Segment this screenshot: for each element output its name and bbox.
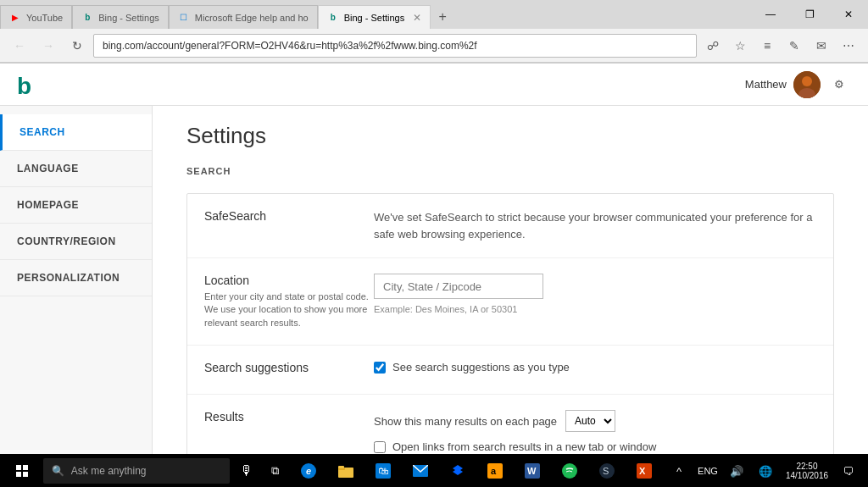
taskbar-clock[interactable]: 22:50 14/10/2016 — [782, 462, 832, 480]
notification-chevron-icon[interactable]: ^ — [666, 454, 692, 487]
web-notes-icon[interactable]: ✎ — [782, 34, 807, 58]
safesearch-row: SafeSearch We've set SafeSearch to stric… — [187, 194, 833, 258]
results-per-page-select[interactable]: Auto 10 20 30 50 — [565, 410, 615, 432]
location-row: Location Enter your city and state or po… — [187, 258, 833, 346]
minimize-button[interactable]: — — [751, 0, 790, 29]
taskbar-other-icon[interactable]: X — [627, 454, 661, 487]
safesearch-title: SafeSearch — [204, 209, 374, 223]
sidebar-item-personalization[interactable]: PERSONALIZATION — [0, 260, 152, 296]
suggestions-title: Search suggestions — [204, 361, 374, 374]
tab-edge-help[interactable]: ☐ Microsoft Edge help and ho — [169, 5, 318, 29]
maximize-button[interactable]: ❐ — [790, 0, 829, 29]
svg-rect-6 — [338, 466, 344, 468]
svg-text:a: a — [491, 466, 497, 476]
settings-gear-icon[interactable]: ⚙ — [827, 73, 851, 97]
bing-logo: b — [17, 71, 37, 98]
hub-icon[interactable]: ≡ — [754, 34, 780, 58]
location-label: Location Enter your city and state or po… — [204, 274, 374, 329]
results-row: Results Show this many results on each p… — [187, 395, 833, 454]
taskbar-explorer-icon[interactable] — [329, 454, 363, 487]
tab-bing-2[interactable]: b Bing - Settings ✕ — [318, 5, 431, 29]
svg-text:S: S — [603, 466, 609, 476]
bing-header: b Matthew ⚙ — [0, 64, 868, 106]
reading-view-icon[interactable]: ☍ — [700, 34, 726, 58]
user-name: Matthew — [745, 78, 787, 91]
taskbar-store-icon[interactable]: 🛍 — [366, 454, 400, 487]
taskbar-search-icon: 🔍 — [52, 465, 64, 477]
location-content: Example: Des Moines, IA or 50301 — [374, 274, 816, 314]
taskbar-edge-icon[interactable]: e — [292, 454, 326, 487]
svg-point-2 — [802, 76, 812, 86]
window-controls: — ❐ ✕ — [751, 0, 868, 29]
tab-edge-title: Microsoft Edge help and ho — [195, 13, 309, 23]
taskbar-amazon-icon[interactable]: a — [478, 454, 512, 487]
share-icon[interactable]: ✉ — [809, 34, 834, 58]
bing-favicon-2: b — [327, 12, 339, 24]
open-links-checkbox-row: Open links from search results in a new … — [374, 440, 816, 453]
edge-logo: e — [301, 463, 316, 479]
sidebar-item-search[interactable]: SEARCH — [0, 114, 152, 151]
taskbar-search[interactable]: 🔍 Ask me anything — [43, 458, 230, 484]
clock-date: 14/10/2016 — [786, 471, 828, 480]
more-button[interactable]: ⋯ — [836, 34, 861, 58]
taskbar-right: ^ ENG 🔊 🌐 22:50 14/10/2016 🗨 — [666, 454, 861, 487]
tab-bar: ▶ YouTube b Bing - Settings ☐ Microsoft … — [0, 0, 868, 29]
taskbar-steam-icon[interactable]: S — [590, 454, 624, 487]
show-results-label: Show this many results on each page — [374, 415, 557, 428]
tab-youtube-title: YouTube — [26, 13, 63, 23]
address-input[interactable] — [93, 34, 697, 58]
taskbar: 🔍 Ask me anything 🎙 ⧉ e 🛍 a — [0, 454, 868, 487]
safesearch-description: We've set SafeSearch to strict because y… — [374, 209, 816, 242]
volume-icon[interactable]: 🔊 — [724, 454, 749, 487]
results-title: Results — [204, 410, 374, 423]
suggestions-checkbox-row: See search suggestions as you type — [374, 361, 816, 374]
svg-text:X: X — [639, 466, 646, 476]
suggestions-checkbox[interactable] — [374, 362, 386, 374]
sidebar-item-language[interactable]: LANGUAGE — [0, 151, 152, 187]
taskbar-spotify-icon[interactable] — [553, 454, 587, 487]
open-links-label: Open links from search results in a new … — [392, 440, 656, 453]
open-links-checkbox[interactable] — [374, 441, 386, 453]
new-tab-button[interactable]: + — [431, 5, 454, 29]
results-label: Results — [204, 410, 374, 427]
settings-main-content: Settings SEARCH SafeSearch We've set Saf… — [153, 106, 868, 454]
taskbar-word-icon[interactable]: W — [515, 454, 549, 487]
svg-text:W: W — [527, 466, 537, 476]
sidebar-item-country-region[interactable]: COUNTRY/REGION — [0, 224, 152, 260]
taskbar-apps: e 🛍 a W S — [292, 454, 661, 487]
main-layout: SEARCH LANGUAGE HOMEPAGE COUNTRY/REGION … — [0, 106, 868, 454]
taskbar-mail-icon[interactable] — [403, 454, 437, 487]
edge-favicon: ☐ — [178, 12, 190, 24]
tab-youtube[interactable]: ▶ YouTube — [0, 5, 72, 29]
location-description: Enter your city and state or postal code… — [204, 291, 374, 329]
back-button[interactable]: ← — [7, 34, 32, 58]
youtube-favicon: ▶ — [9, 12, 21, 24]
toolbar-icons: ☍ ☆ ≡ ✎ ✉ ⋯ — [700, 34, 861, 58]
results-content: Show this many results on each page Auto… — [374, 410, 816, 454]
action-center-icon[interactable]: 🗨 — [836, 454, 861, 487]
suggestions-checkbox-label: See search suggestions as you type — [392, 361, 570, 374]
search-section-header: SEARCH — [186, 166, 834, 180]
refresh-button[interactable]: ↻ — [64, 34, 90, 58]
results-per-page-row: Show this many results on each page Auto… — [374, 410, 816, 432]
start-button[interactable] — [7, 454, 38, 487]
forward-button[interactable]: → — [36, 34, 61, 58]
location-example: Example: Des Moines, IA or 50301 — [374, 304, 816, 314]
tab-bing-1[interactable]: b Bing - Settings — [72, 5, 169, 29]
page-content: b Matthew ⚙ SEARCH LANGUAGE HOMEPAGE COU… — [0, 64, 868, 454]
favorites-icon[interactable]: ☆ — [727, 34, 753, 58]
close-button[interactable]: ✕ — [829, 0, 868, 29]
location-input[interactable] — [374, 274, 543, 299]
sidebar-item-homepage[interactable]: HOMEPAGE — [0, 187, 152, 224]
language-icon[interactable]: ENG — [695, 454, 721, 487]
address-bar-row: ← → ↻ ☍ ☆ ≡ ✎ ✉ ⋯ — [0, 29, 868, 63]
tab-bing-1-title: Bing - Settings — [98, 13, 159, 23]
network-icon[interactable]: 🌐 — [753, 454, 778, 487]
safesearch-content: We've set SafeSearch to strict because y… — [374, 209, 816, 242]
clock-time: 22:50 — [796, 462, 817, 471]
settings-card-search: SafeSearch We've set SafeSearch to stric… — [186, 193, 834, 454]
taskbar-mic-icon[interactable]: 🎙 — [235, 454, 259, 487]
tab-close-button[interactable]: ✕ — [413, 12, 421, 24]
taskbar-dropbox-icon[interactable] — [441, 454, 475, 487]
task-view-icon[interactable]: ⧉ — [263, 454, 287, 487]
